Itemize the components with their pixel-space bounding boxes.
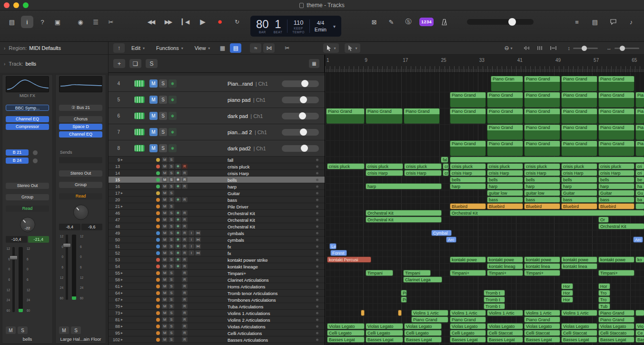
solo-button[interactable]: S (168, 177, 174, 182)
track-row[interactable]: 52MS❄RI⋈fx (109, 250, 325, 256)
midi-region[interactable]: Celli Staccato (598, 330, 634, 336)
track-row[interactable]: 6MS❄dark pad | Ch1 (109, 108, 325, 124)
midi-region[interactable]: Piano Grand (487, 92, 523, 108)
inspector-icon[interactable]: i (21, 16, 33, 28)
pointer-tool-button[interactable]: ▾ (323, 43, 339, 53)
midi-region[interactable]: Cymbal (431, 230, 452, 236)
midi-region[interactable]: kontakt powe (487, 256, 523, 263)
midi-region[interactable]: Piano Grand (411, 316, 448, 323)
solo-button[interactable]: S (159, 79, 167, 88)
track-row[interactable]: 47MS❄ROrchestral Kit (109, 217, 325, 223)
midi-region[interactable]: Piano Grand (598, 140, 634, 156)
solo-button[interactable]: S (168, 190, 174, 196)
track-row[interactable]: 17▸MSGuitar (109, 190, 325, 197)
midi-region[interactable]: Bluebird (524, 203, 560, 209)
midi-region[interactable]: Hor (598, 283, 610, 289)
midi-region[interactable]: Ce (635, 330, 644, 336)
disclosure-arrow[interactable]: ▸ (121, 317, 129, 322)
disclosure-arrow[interactable]: ▸ (121, 324, 129, 328)
mute-button[interactable]: M (162, 184, 168, 189)
midi-region[interactable]: bass (524, 197, 560, 203)
record-enable-button[interactable]: R (182, 244, 188, 249)
mute-button[interactable]: M (162, 277, 168, 282)
mute-button[interactable]: M (162, 250, 168, 256)
mute-button[interactable]: M (162, 304, 168, 309)
midi-region[interactable]: cr (443, 163, 449, 169)
midi-region[interactable]: Piano Grand (598, 124, 634, 140)
freeze-button[interactable]: ❄ (168, 144, 177, 152)
functions-menu[interactable]: Functions▾ (151, 43, 188, 53)
midi-region[interactable]: Pia (635, 92, 644, 108)
midi-region[interactable]: Piano Grand (524, 76, 560, 91)
record-enable-button[interactable]: R (182, 237, 188, 242)
disclosure-arrow[interactable]: ▸ (121, 284, 129, 288)
disclosure-arrow[interactable]: ▸ (121, 271, 129, 275)
track-row[interactable]: 21▸MSPile Driver (109, 203, 325, 210)
freeze-button[interactable]: ❄ (168, 128, 177, 136)
freeze-button[interactable]: ❄ (175, 237, 181, 242)
midi-region[interactable]: Celli Staccat (487, 330, 523, 336)
midi-region[interactable]: Piano Grand (524, 316, 560, 323)
freeze-button[interactable]: ❄ (168, 79, 177, 88)
midi-region[interactable]: Hor (561, 283, 573, 289)
midi-region[interactable]: Bluebird (598, 203, 634, 209)
track-volume-knob[interactable] (300, 96, 307, 103)
strip-solo-button[interactable]: S (18, 326, 28, 334)
global-solo-button[interactable]: S (146, 59, 158, 68)
midi-region[interactable]: Guitar (561, 190, 597, 196)
midi-region[interactable]: harp (450, 183, 486, 189)
fader-knob[interactable] (63, 243, 71, 247)
input-monitor-button[interactable]: I (188, 237, 194, 242)
disclosure-arrow[interactable]: ▸ (121, 297, 129, 302)
midi-region[interactable]: Bas (635, 336, 644, 343)
track-row[interactable]: 5MS❄piano pad | Ch1 (109, 92, 325, 108)
midi-region[interactable] (635, 203, 644, 209)
midi-region[interactable]: crisis pluck (327, 163, 365, 169)
audio-fx-slot[interactable]: Channel EQ (6, 116, 49, 122)
track-row[interactable]: 53MS❄Rkontakt power strike (109, 256, 325, 263)
midi-region[interactable]: Clarinet Lega (403, 276, 442, 283)
disclosure-arrow[interactable]: ▸ (121, 291, 129, 295)
grid-view-icon[interactable]: ▦ (217, 43, 228, 53)
solo-button[interactable]: S (168, 264, 174, 269)
midi-region[interactable]: Violas Legato (450, 323, 486, 329)
record-enable-button[interactable]: R (182, 264, 188, 269)
freeze-button[interactable]: ❄ (168, 112, 177, 120)
record-enable-button[interactable]: R (182, 277, 188, 282)
midi-region[interactable]: ha (635, 183, 644, 189)
track-volume-slider[interactable] (282, 97, 319, 103)
vertical-zoom-slider[interactable] (573, 48, 598, 49)
record-enable-button[interactable]: R (182, 217, 188, 222)
midi-region[interactable]: Timpani (366, 270, 393, 276)
midi-region[interactable]: Violins 1 Artic (450, 310, 486, 316)
freeze-button[interactable]: ❄ (175, 250, 181, 256)
midi-region[interactable] (398, 310, 402, 316)
midi-region[interactable]: Violins 1 Artic (524, 310, 560, 316)
midi-region[interactable]: Arc (446, 237, 456, 243)
solo-button[interactable]: S (168, 224, 174, 229)
midi-region[interactable]: Timpani+ (524, 270, 560, 276)
midi-region[interactable]: crisis pluck (404, 163, 442, 169)
midi-region[interactable]: Tro (598, 296, 610, 303)
record-enable-button[interactable]: R (182, 197, 188, 202)
count-in-button[interactable]: 1234 (419, 18, 434, 26)
disclosure-arrow[interactable]: ▸ (121, 158, 129, 162)
record-enable-button[interactable]: R (182, 324, 188, 329)
midi-region[interactable]: Piano Grand (598, 76, 634, 91)
midi-region[interactable]: Orchestral Kit (598, 223, 644, 229)
midi-region[interactable]: Pi (401, 290, 407, 296)
solo-mode-icon[interactable]: Ⓢ (402, 16, 415, 28)
solo-button[interactable]: S (168, 217, 174, 222)
midi-region[interactable]: harp (487, 183, 523, 189)
midi-region[interactable]: be (635, 177, 644, 183)
midi-region[interactable]: harp (524, 183, 560, 189)
freeze-button[interactable]: ❄ (175, 170, 181, 176)
waveform-zoom-icon[interactable] (521, 43, 533, 53)
solo-button[interactable]: S (168, 290, 174, 296)
mute-button[interactable]: M (162, 230, 168, 236)
freeze-button[interactable]: ❄ (175, 184, 181, 189)
mute-button[interactable]: M (162, 290, 168, 296)
freeze-button[interactable]: ❄ (175, 257, 181, 262)
minimize-window-button[interactable] (13, 2, 19, 8)
midi-region[interactable]: Violas Legato (404, 323, 442, 329)
